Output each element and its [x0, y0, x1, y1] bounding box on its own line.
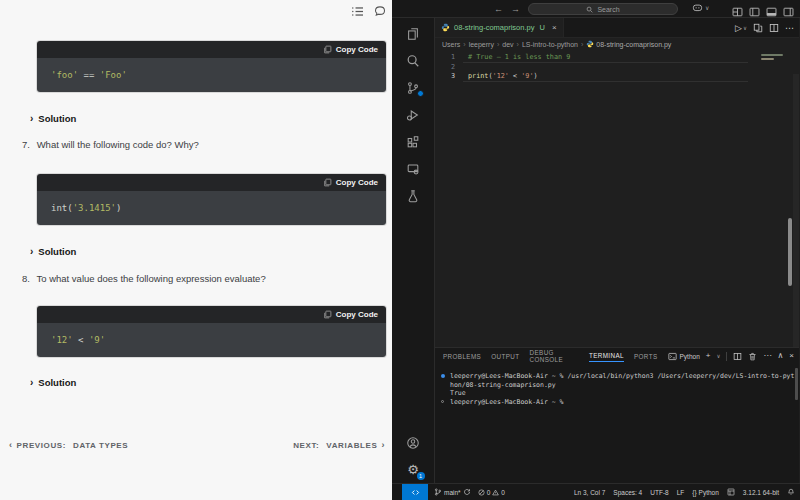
search-sidebar-icon[interactable]	[406, 53, 421, 68]
code-editor[interactable]: 1 # True – 1 is less than 9 2 3 print('1…	[435, 50, 799, 347]
copy-code-label: Copy Code	[336, 310, 378, 319]
braces-icon: {}	[692, 489, 696, 496]
copy-code-button[interactable]: Copy Code	[323, 45, 378, 54]
split-editor-icon[interactable]	[769, 19, 779, 37]
eol-sequence[interactable]: LF	[677, 489, 685, 496]
solution-toggle-2[interactable]: › Solution	[30, 246, 76, 257]
tab-ports[interactable]: PORTS	[634, 351, 658, 362]
warnings-icon	[492, 489, 499, 496]
git-branch-icon	[434, 488, 442, 496]
code-string: '12'	[493, 72, 509, 80]
toc-icon[interactable]	[351, 6, 364, 17]
code-function: print	[468, 72, 488, 80]
copy-code-button[interactable]: Copy Code	[323, 310, 378, 319]
git-branch-status[interactable]: main*	[434, 488, 471, 496]
navigate-forward-icon[interactable]: →	[511, 4, 520, 14]
vscode-titlebar: ← → Search ∨	[392, 0, 800, 18]
open-changes-icon[interactable]	[753, 19, 763, 37]
solution-label: Solution	[38, 246, 76, 257]
editor-scrollbar[interactable]	[793, 74, 799, 347]
breadcrumb-item[interactable]: dev	[502, 41, 513, 48]
remote-explorer-icon[interactable]	[406, 161, 421, 176]
code-paren: )	[116, 203, 121, 213]
terminal-scrollbar[interactable]	[795, 368, 798, 400]
screen: Copy Code 'foo' == 'Foo' › Solution 7. W…	[0, 0, 800, 500]
breadcrumb-item[interactable]: LS-intro-to-python	[522, 41, 578, 48]
breadcrumb-file[interactable]: 08-string-comaprison.py	[586, 40, 671, 48]
settings-badge: 1	[417, 472, 425, 480]
testing-icon[interactable]	[406, 188, 421, 203]
chevron-right-icon: ›	[30, 112, 33, 124]
new-terminal-icon[interactable]: +	[706, 352, 711, 360]
terminal-icon	[668, 352, 677, 361]
solution-toggle-1[interactable]: › Solution	[30, 113, 76, 124]
line-number: 2	[435, 63, 455, 71]
docs-scrollbar-thumb[interactable]	[788, 218, 792, 286]
tab-git-status: U	[539, 23, 544, 32]
python-interpreter[interactable]: 3.12.1 64-bit	[743, 489, 779, 496]
indentation[interactable]: Spaces: 4	[613, 489, 642, 496]
chevron-down-icon: ∨	[743, 25, 747, 31]
command-success-dot	[441, 374, 445, 378]
tab-terminal[interactable]: TERMINAL	[589, 350, 624, 362]
editor-line-2: 2	[435, 62, 739, 72]
editor-line-1: 1 # True – 1 is less than 9	[435, 53, 739, 63]
copy-code-label: Copy Code	[336, 45, 378, 54]
prev-page-link[interactable]: ‹ PREVIOUS: DATA TYPES	[9, 440, 128, 450]
terminal-shell-selector[interactable]: Python	[668, 352, 700, 361]
activity-bar: ⚙ 1	[392, 18, 435, 483]
tab-problems[interactable]: PROBLEMS	[443, 351, 481, 362]
more-actions-icon[interactable]: ⋯	[785, 23, 794, 33]
more-actions-icon[interactable]: ⋯	[763, 352, 771, 360]
settings-gear-icon[interactable]: ⚙ 1	[406, 462, 421, 477]
solution-toggle-3[interactable]: › Solution	[30, 377, 76, 388]
extension-status-icon[interactable]	[727, 488, 735, 497]
chevron-right-icon: ›	[30, 376, 33, 388]
question-text: What will the following code do? Why?	[37, 139, 199, 150]
source-control-icon[interactable]	[406, 80, 421, 95]
notifications-bell-icon[interactable]	[787, 488, 795, 497]
language-mode[interactable]: {} Python	[692, 489, 719, 496]
code-block-compare: Copy Code '12' < '9'	[37, 306, 386, 357]
navigate-back-icon[interactable]: ←	[494, 4, 503, 14]
chevron-down-icon[interactable]: ∨	[716, 353, 720, 359]
minimap[interactable]	[761, 54, 791, 94]
cursor-position[interactable]: Ln 3, Col 7	[574, 489, 605, 496]
close-panel-icon[interactable]: ×	[789, 352, 794, 360]
chevron-right-icon: ›	[381, 440, 385, 450]
chevron-right-icon: ›	[517, 41, 519, 48]
run-debug-icon[interactable]	[406, 107, 421, 122]
kill-terminal-icon[interactable]	[748, 347, 757, 365]
run-python-file-button[interactable]: ▷ ∨	[735, 23, 747, 33]
code-function: int	[51, 203, 67, 213]
command-search-box[interactable]: Search	[528, 3, 678, 15]
tab-filename: 08-string-comaprison.py	[454, 23, 534, 32]
account-icon[interactable]	[406, 435, 421, 450]
copy-icon	[323, 178, 332, 187]
scm-badge	[417, 90, 424, 97]
question-number: 7.	[22, 139, 34, 150]
remote-indicator[interactable]	[402, 484, 428, 500]
copy-code-button[interactable]: Copy Code	[323, 178, 378, 187]
tab-debug-console[interactable]: DEBUG CONSOLE	[530, 347, 579, 365]
code-block-body: int('3.1415')	[37, 191, 386, 225]
tab-close-icon[interactable]: ×	[552, 23, 557, 32]
breadcrumb-item[interactable]: Users	[442, 41, 460, 48]
encoding[interactable]: UTF-8	[650, 489, 668, 496]
tab-output[interactable]: OUTPUT	[491, 351, 519, 362]
comments-icon[interactable]	[374, 5, 386, 17]
breadcrumb-item[interactable]: leeperry	[469, 41, 494, 48]
next-target: VARIABLES	[326, 441, 377, 450]
code-string: 'Foo'	[100, 70, 127, 80]
run-icon: ▷	[735, 23, 742, 33]
copilot-menu[interactable]: ∨	[692, 2, 709, 13]
tab-08-string-comaprison[interactable]: 08-string-comaprison.py U ×	[435, 18, 564, 37]
problems-status[interactable]: 0 0	[478, 489, 505, 496]
terminal[interactable]: leeperry@Lees-MacBook-Air ~ % /usr/local…	[435, 364, 799, 483]
maximize-panel-icon[interactable]: ∧	[777, 352, 783, 360]
split-terminal-icon[interactable]	[733, 347, 742, 365]
solution-label: Solution	[38, 113, 76, 124]
next-page-link[interactable]: NEXT: VARIABLES ›	[293, 440, 385, 450]
extensions-icon[interactable]	[406, 134, 421, 149]
explorer-icon[interactable]	[406, 26, 421, 41]
